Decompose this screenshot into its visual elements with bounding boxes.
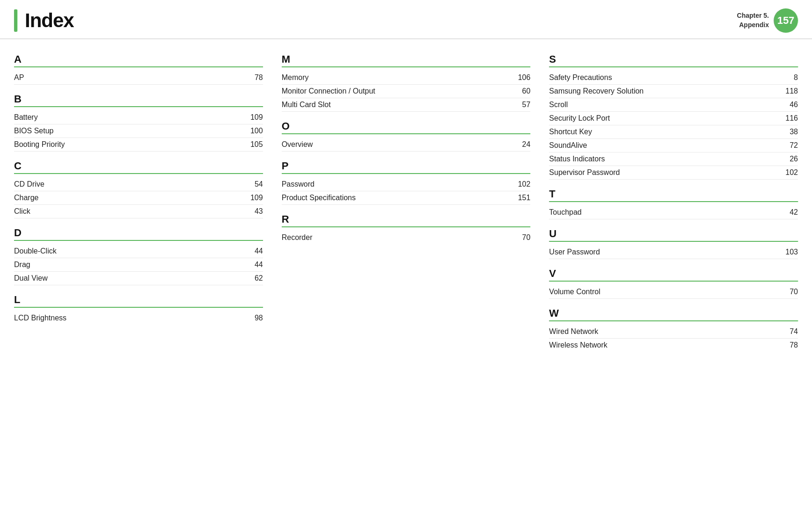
section-letter-O: O	[282, 120, 531, 132]
column-1: AAP78BBattery109BIOS Setup100Booting Pri…	[14, 53, 282, 352]
index-entry-row: AP78	[14, 71, 263, 85]
section-letter-A: A	[14, 53, 263, 65]
entry-label: Wireless Network	[549, 341, 607, 349]
entry-page-number: 151	[512, 194, 530, 202]
entry-page-number: 118	[779, 87, 798, 95]
page-header: Index Chapter 5. Appendix 157	[0, 0, 812, 39]
index-entry-row: Product Specifications151	[282, 191, 531, 205]
section-divider-B	[14, 106, 263, 107]
section-letter-M: M	[282, 53, 531, 65]
entry-page-number: 43	[244, 207, 263, 216]
entry-label: Safety Precautions	[549, 73, 612, 82]
index-entry-row: Battery109	[14, 111, 263, 124]
entry-label: Booting Priority	[14, 140, 65, 149]
index-entry-row: Status Indicators26	[549, 152, 798, 166]
index-entry-row: Samsung Recovery Solution118	[549, 85, 798, 98]
section-divider-M	[282, 66, 531, 67]
index-entry-row: BIOS Setup100	[14, 124, 263, 138]
entry-label: Supervisor Password	[549, 168, 620, 177]
entry-page-number: 44	[244, 247, 263, 255]
index-entry-row: User Password103	[549, 246, 798, 259]
section-letter-S: S	[549, 53, 798, 65]
entry-label: Double-Click	[14, 247, 57, 255]
entry-page-number: 70	[512, 233, 530, 242]
index-entry-row: Touchpad42	[549, 206, 798, 219]
entry-label: Drag	[14, 261, 30, 269]
section-divider-T	[549, 201, 798, 202]
section-divider-A	[14, 66, 263, 67]
index-entry-row: Recorder70	[282, 231, 531, 244]
section-letter-V: V	[549, 268, 798, 280]
entry-page-number: 102	[512, 180, 530, 188]
entry-page-number: 42	[779, 208, 798, 217]
entry-label: SoundAlive	[549, 141, 587, 150]
index-entry-row: Volume Control70	[549, 285, 798, 299]
entry-label: Touchpad	[549, 208, 581, 217]
index-entry-row: CD Drive54	[14, 178, 263, 191]
entry-label: Samsung Recovery Solution	[549, 87, 644, 95]
section-letter-R: R	[282, 213, 531, 225]
section-divider-D	[14, 240, 263, 241]
index-content: AAP78BBattery109BIOS Setup100Booting Pri…	[0, 39, 812, 361]
index-entry-row: Drag44	[14, 258, 263, 272]
entry-page-number: 72	[779, 141, 798, 150]
entry-page-number: 70	[779, 288, 798, 296]
column-2: MMemory106Monitor Connection / Output60M…	[282, 53, 549, 352]
entry-page-number: 105	[244, 140, 263, 149]
section-divider-U	[549, 241, 798, 242]
section-divider-W	[549, 320, 798, 321]
entry-page-number: 116	[779, 114, 798, 123]
section-divider-P	[282, 173, 531, 174]
entry-page-number: 38	[779, 128, 798, 136]
green-accent-bar	[14, 9, 17, 32]
index-entry-row: Booting Priority105	[14, 138, 263, 152]
index-entry-row: Monitor Connection / Output60	[282, 85, 531, 98]
entry-page-number: 109	[244, 113, 263, 122]
entry-label: Wired Network	[549, 327, 598, 336]
page-number-badge: 157	[774, 8, 798, 33]
column-3: SSafety Precautions8Samsung Recovery Sol…	[549, 53, 798, 352]
entry-page-number: 57	[512, 101, 530, 109]
entry-label: LCD Brightness	[14, 314, 66, 322]
entry-label: Password	[282, 180, 315, 188]
entry-page-number: 100	[244, 127, 263, 135]
index-entry-row: Security Lock Port116	[549, 112, 798, 125]
index-entry-row: Overview24	[282, 138, 531, 152]
index-entry-row: LCD Brightness98	[14, 312, 263, 325]
index-entry-row: Double-Click44	[14, 245, 263, 258]
entry-page-number: 44	[244, 261, 263, 269]
index-entry-row: SoundAlive72	[549, 139, 798, 152]
section-letter-P: P	[282, 160, 531, 172]
entry-page-number: 54	[244, 180, 263, 188]
index-entry-row: Click43	[14, 205, 263, 218]
entry-label: Overview	[282, 140, 313, 149]
entry-page-number: 26	[779, 155, 798, 163]
index-entry-row: Password102	[282, 178, 531, 191]
entry-page-number: 24	[512, 140, 530, 149]
index-entry-row: Supervisor Password102	[549, 166, 798, 180]
section-divider-S	[549, 66, 798, 67]
section-divider-L	[14, 307, 263, 308]
index-entry-row: Multi Card Slot57	[282, 98, 531, 112]
index-entry-row: Scroll46	[549, 98, 798, 112]
section-divider-C	[14, 173, 263, 174]
index-entry-row: Memory106	[282, 71, 531, 85]
entry-label: User Password	[549, 248, 600, 256]
entry-label: Status Indicators	[549, 155, 605, 163]
entry-label: Memory	[282, 73, 309, 82]
section-letter-L: L	[14, 294, 263, 306]
entry-page-number: 106	[512, 73, 530, 82]
entry-page-number: 74	[779, 327, 798, 336]
entry-label: Battery	[14, 113, 38, 122]
index-entry-row: Shortcut Key38	[549, 125, 798, 139]
page-title: Index	[25, 9, 74, 32]
entry-page-number: 78	[779, 341, 798, 349]
entry-label: Recorder	[282, 233, 313, 242]
entry-page-number: 8	[779, 73, 798, 82]
entry-page-number: 109	[244, 194, 263, 202]
index-entry-row: Wireless Network78	[549, 339, 798, 352]
index-entry-row: Wired Network74	[549, 325, 798, 339]
index-entry-row: Dual View62	[14, 272, 263, 285]
entry-label: Multi Card Slot	[282, 101, 331, 109]
chapter-label: Chapter 5. Appendix	[737, 11, 769, 29]
